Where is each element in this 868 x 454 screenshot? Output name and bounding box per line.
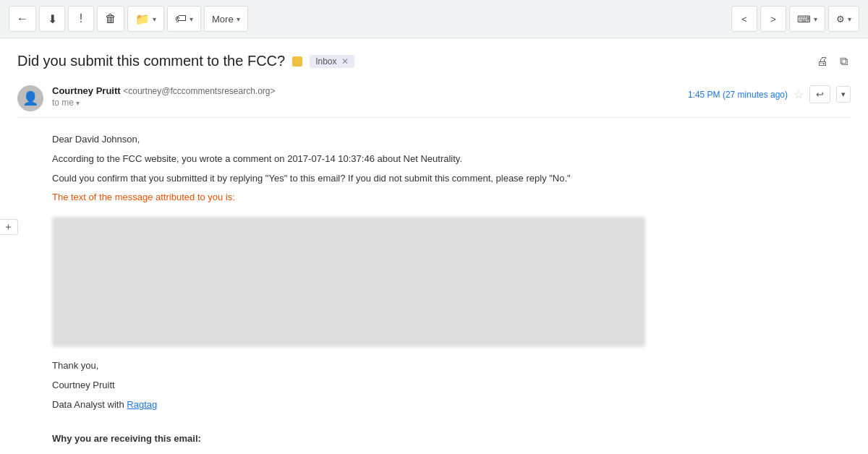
email-body: Dear David Johnson, According to the FCC… [17, 129, 851, 454]
email-signature-title: Data Analyst with Ragtag [52, 398, 851, 413]
settings-arrow: ▾ [848, 15, 851, 23]
subject-row: Did you submit this comment to the FCC? … [17, 53, 851, 69]
email-meta: 👤 Courtney Pruitt <courtney@fcccommentsr… [17, 80, 851, 118]
settings-icon: ⚙ [836, 14, 845, 25]
reply-icon: ↩ [816, 89, 824, 100]
folder-icon: 📁 [135, 12, 150, 26]
email-footer-text: We are investigating comments submitted … [52, 451, 851, 454]
delete-icon: 🗑 [105, 12, 116, 25]
report-icon: ! [80, 12, 82, 25]
print-button[interactable]: 🖨 [814, 53, 831, 69]
settings-button[interactable]: ⚙ ▾ [828, 6, 859, 32]
back-button[interactable]: ← [9, 6, 36, 32]
more-arrow: ▾ [237, 15, 240, 23]
message-more-button[interactable]: ▾ [836, 86, 851, 103]
email-signoff: Thank you, [52, 359, 851, 374]
next-icon: > [770, 14, 776, 25]
sidebar-left: + [0, 219, 18, 235]
to-me-label: to me ▾ [52, 98, 688, 108]
sender-avatar: 👤 [17, 85, 43, 111]
more-label: More [212, 14, 234, 25]
keyboard-icon: ⌨ [797, 14, 811, 25]
email-line1: According to the FCC website, you wrote … [52, 152, 851, 167]
email-top-actions: 🖨 ⧉ [814, 53, 851, 69]
subject-tag-icon [292, 56, 302, 67]
prev-email-button[interactable]: < [731, 6, 757, 32]
ragtag-link[interactable]: Ragtag [127, 399, 157, 410]
email-line3: The text of the message attributed to yo… [52, 190, 851, 205]
tag-icon: 🏷 [175, 12, 187, 25]
keyboard-arrow: ▾ [814, 15, 817, 23]
email-timestamp: 1:45 PM (27 minutes ago) [688, 90, 788, 100]
back-icon: ← [17, 12, 28, 25]
archive-button[interactable]: ⬇ [39, 6, 65, 32]
next-email-button[interactable]: > [760, 6, 786, 32]
email-greeting: Dear David Johnson, [52, 132, 851, 147]
folder-arrow: ▾ [153, 15, 156, 23]
prev-icon: < [741, 14, 747, 25]
sidebar-tab-plus[interactable]: + [0, 219, 18, 235]
email-line2: Could you confirm that you submitted it … [52, 171, 851, 187]
newwindow-button[interactable]: ⧉ [837, 53, 851, 69]
email-content: Did you submit this comment to the FCC? … [0, 38, 868, 454]
tag-button[interactable]: 🏷 ▾ [167, 6, 201, 32]
inbox-close-button[interactable]: ✕ [341, 56, 349, 67]
email-time-section: 1:45 PM (27 minutes ago) ☆ ↩ ▾ [688, 85, 851, 103]
sender-name-row: Courtney Pruitt <courtney@fcccommentsres… [52, 85, 688, 96]
email-subject: Did you submit this comment to the FCC? [17, 53, 285, 69]
email-blurred-content [52, 217, 645, 347]
email-signature-name: Courtney Pruitt [52, 378, 851, 393]
delete-button[interactable]: 🗑 [97, 6, 124, 32]
sender-name: Courtney Pruitt [52, 85, 121, 96]
email-footer-title: Why you are receiving this email: [52, 432, 851, 447]
inbox-badge: Inbox ✕ [310, 55, 354, 68]
sender-email: <courtney@fcccommentsresearch.org> [123, 86, 275, 96]
inbox-label: Inbox [315, 56, 336, 67]
archive-icon: ⬇ [48, 12, 57, 26]
to-me-dropdown[interactable]: ▾ [76, 99, 80, 107]
keyboard-button[interactable]: ⌨ ▾ [789, 6, 825, 32]
folder-button[interactable]: 📁 ▾ [127, 6, 164, 32]
email-toolbar: ← ⬇ ! 🗑 📁 ▾ 🏷 ▾ More ▾ < > ⌨ ▾ ⚙ ▾ [0, 0, 868, 38]
reply-button[interactable]: ↩ [809, 85, 830, 103]
report-button[interactable]: ! [68, 6, 94, 32]
sender-info: Courtney Pruitt <courtney@fcccommentsres… [52, 85, 688, 108]
toolbar-right: < > ⌨ ▾ ⚙ ▾ [731, 6, 859, 32]
star-button[interactable]: ☆ [793, 87, 804, 101]
tag-arrow: ▾ [190, 15, 193, 23]
more-button[interactable]: More ▾ [204, 6, 248, 32]
avatar-person-icon: 👤 [22, 90, 38, 106]
